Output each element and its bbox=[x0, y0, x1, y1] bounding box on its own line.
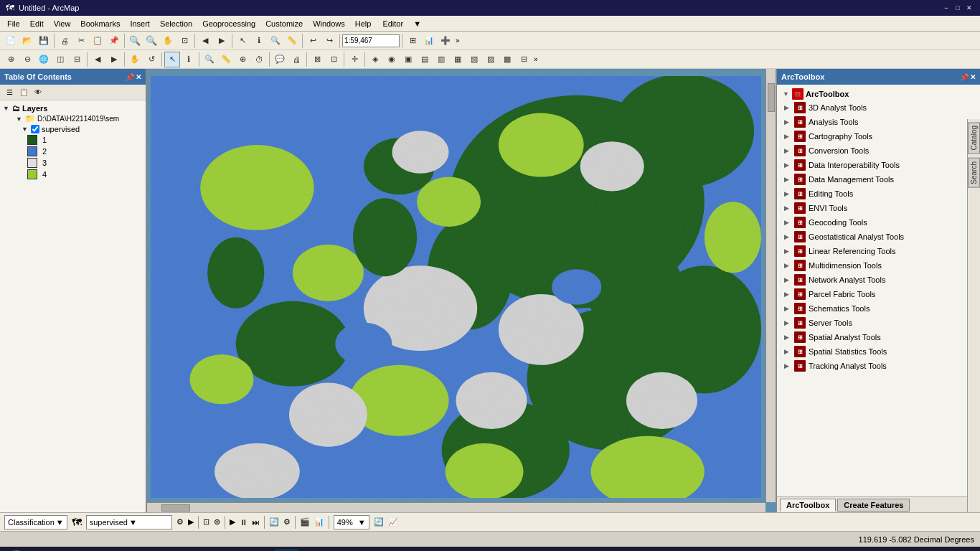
table-button[interactable]: 📊 bbox=[421, 33, 437, 49]
vscroll-thumb[interactable] bbox=[768, 83, 775, 112]
tool-cartography-expand[interactable]: ▶ bbox=[784, 133, 791, 140]
back-button[interactable]: ◀ bbox=[197, 33, 213, 49]
minimize-button[interactable]: − bbox=[941, 3, 951, 13]
select-button[interactable]: ↖ bbox=[235, 33, 250, 49]
tool-data-interop[interactable]: ▶ ⊞ Data Interoperability Tools bbox=[780, 158, 977, 172]
tool-parcel[interactable]: ▶ ⊞ Parcel Fabric Tools bbox=[780, 287, 977, 301]
tool-multidim-expand[interactable]: ▶ bbox=[784, 262, 791, 269]
tool-spatial-expand[interactable]: ▶ bbox=[784, 334, 791, 341]
maximize-button[interactable]: □ bbox=[953, 3, 963, 13]
nav-back-button[interactable]: ◀ bbox=[90, 52, 105, 67]
zoom-out-button[interactable]: 🔍 bbox=[143, 33, 159, 49]
zoom-out-tool[interactable]: ⊖ bbox=[19, 52, 35, 67]
tool-envi[interactable]: ▶ ⊞ ENVI Tools bbox=[780, 201, 977, 215]
stats-btn[interactable]: 📈 bbox=[388, 517, 398, 527]
undo-button[interactable]: ↩ bbox=[305, 33, 321, 49]
play-btn[interactable]: ▶ bbox=[230, 517, 235, 527]
window-controls[interactable]: − □ ✕ bbox=[941, 3, 974, 13]
menu-selection[interactable]: Selection bbox=[156, 18, 197, 29]
toc-pin-button[interactable]: 📌 bbox=[126, 73, 134, 81]
tool-geocoding-expand[interactable]: ▶ bbox=[784, 219, 791, 226]
supervised-expand-icon[interactable]: ▼ bbox=[22, 126, 29, 133]
catalog-tab[interactable]: Catalog bbox=[968, 122, 980, 154]
zoom-in-tool[interactable]: ⊕ bbox=[3, 52, 19, 67]
arctoolbox-root-expand[interactable]: ▼ bbox=[783, 90, 790, 98]
arctoolbox-pin-button[interactable]: 📌 bbox=[960, 73, 969, 81]
tool-analysis[interactable]: ▶ ⊞ Analysis Tools bbox=[780, 115, 977, 129]
search-tab[interactable]: Search bbox=[968, 158, 980, 188]
tool-cartography[interactable]: ▶ ⊞ Cartography Tools bbox=[780, 129, 977, 143]
tool-conversion[interactable]: ▶ ⊞ Conversion Tools bbox=[780, 143, 977, 158]
layer-settings-btn[interactable]: ⚙ bbox=[176, 517, 184, 527]
menu-editor-arrow[interactable]: ▼ bbox=[409, 18, 425, 29]
center-btn[interactable]: ⊕ bbox=[214, 517, 220, 527]
tool-3d-analyst[interactable]: ▶ ⊞ 3D Analyst Tools bbox=[780, 100, 977, 115]
graph-btn[interactable]: 📊 bbox=[314, 517, 324, 527]
loop-btn[interactable]: 🔄 bbox=[269, 517, 279, 527]
map-tips-button[interactable]: ⊞ bbox=[405, 33, 420, 49]
add-tool[interactable]: ⊕ bbox=[235, 52, 250, 67]
tool-spatialstats-expand[interactable]: ▶ bbox=[784, 348, 791, 355]
tool-3d-expand[interactable]: ▶ bbox=[784, 104, 791, 111]
rotate-button[interactable]: ↺ bbox=[143, 52, 159, 67]
layer-nav-btn[interactable]: ▶ bbox=[188, 517, 194, 527]
toolbar2-overflow[interactable]: » bbox=[532, 55, 540, 63]
add-data-button[interactable]: ➕ bbox=[438, 33, 453, 49]
print-button[interactable]: 🖨 bbox=[57, 33, 72, 49]
supervised-checkbox[interactable] bbox=[31, 125, 39, 133]
classification-dropdown[interactable]: Classification ▼ bbox=[4, 515, 67, 529]
arctoolbox-root[interactable]: ▼ 🧰 ArcToolbox bbox=[780, 88, 977, 100]
copy-button[interactable]: 📋 bbox=[90, 33, 105, 49]
map-vertical-scrollbar[interactable] bbox=[765, 69, 776, 502]
extent-zoom-btn[interactable]: ⊡ bbox=[203, 517, 209, 527]
find-button[interactable]: 🔍 bbox=[268, 33, 283, 49]
zoom-full-button[interactable]: ⊠ bbox=[309, 52, 325, 67]
forward-button[interactable]: ▶ bbox=[214, 33, 230, 49]
toc-close-button[interactable]: ✕ bbox=[136, 73, 141, 81]
tab-arctoolbox[interactable]: ArcToolbox bbox=[780, 499, 836, 512]
toc-list-btn[interactable]: ☰ bbox=[3, 86, 16, 99]
refresh-btn[interactable]: 🔄 bbox=[374, 517, 384, 527]
layout9[interactable]: ▩ bbox=[499, 52, 515, 67]
paste-button[interactable]: 📌 bbox=[106, 33, 122, 49]
layout-select[interactable]: ◈ bbox=[367, 52, 383, 67]
zoom-in-button[interactable]: 🔍 bbox=[127, 33, 143, 49]
toc-controls[interactable]: 📌 ✕ bbox=[126, 73, 141, 81]
measure-tool[interactable]: 📏 bbox=[218, 52, 234, 67]
menu-editor[interactable]: Editor bbox=[378, 18, 407, 29]
cut-button[interactable]: ✂ bbox=[73, 33, 89, 49]
save-button[interactable]: 💾 bbox=[36, 33, 52, 49]
nav-fwd-button[interactable]: ▶ bbox=[106, 52, 122, 67]
toc-visibility-btn[interactable]: 👁 bbox=[32, 86, 44, 99]
menu-edit[interactable]: Edit bbox=[26, 18, 48, 29]
layout2[interactable]: ◉ bbox=[384, 52, 400, 67]
menu-geoprocessing[interactable]: Geoprocessing bbox=[198, 18, 260, 29]
arctoolbox-controls[interactable]: 📌 ✕ bbox=[960, 73, 976, 81]
redo-button[interactable]: ↪ bbox=[321, 33, 337, 49]
pause-btn[interactable]: ⏸ bbox=[240, 518, 248, 527]
measure-button[interactable]: 📏 bbox=[284, 33, 300, 49]
layout5[interactable]: ▥ bbox=[433, 52, 449, 67]
time-button[interactable]: ⏱ bbox=[251, 52, 267, 67]
tool-network[interactable]: ▶ ⊞ Network Analyst Tools bbox=[780, 273, 977, 287]
arctoolbox-close-button[interactable]: ✕ bbox=[970, 73, 976, 81]
toolbar-overflow[interactable]: » bbox=[454, 37, 461, 44]
pan-tool[interactable]: ✋ bbox=[127, 52, 143, 67]
tool-network-expand[interactable]: ▶ bbox=[784, 276, 791, 283]
layout6[interactable]: ▦ bbox=[450, 52, 466, 67]
layers-expand-icon[interactable]: ▼ bbox=[3, 105, 10, 112]
tool-editing-expand[interactable]: ▶ bbox=[784, 190, 791, 197]
layout3[interactable]: ▣ bbox=[400, 52, 416, 67]
scale-input[interactable] bbox=[342, 34, 400, 47]
tool-server-expand[interactable]: ▶ bbox=[784, 319, 791, 326]
tool-geocoding[interactable]: ▶ ⊞ Geocoding Tools bbox=[780, 215, 977, 230]
tool-geostatistical[interactable]: ▶ ⊞ Geostatistical Analyst Tools bbox=[780, 230, 977, 244]
tool-schematics[interactable]: ▶ ⊞ Schematics Tools bbox=[780, 301, 977, 316]
tool-linearref-expand[interactable]: ▶ bbox=[784, 248, 791, 255]
menu-bookmarks[interactable]: Bookmarks bbox=[76, 18, 124, 29]
tool-parcel-expand[interactable]: ▶ bbox=[784, 291, 791, 298]
zoom-layer-button[interactable]: ⊡ bbox=[326, 52, 341, 67]
hscroll-thumb[interactable] bbox=[161, 504, 190, 512]
tool-server[interactable]: ▶ ⊞ Server Tools bbox=[780, 316, 977, 330]
tool-tracking-expand[interactable]: ▶ bbox=[784, 362, 791, 369]
